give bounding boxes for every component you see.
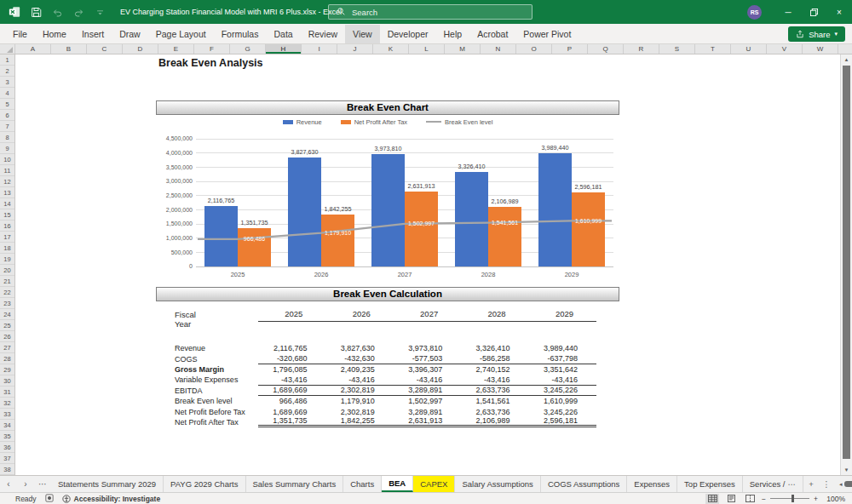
avatar[interactable]: RS: [747, 5, 762, 20]
hscroll-left-icon[interactable]: ◂: [839, 481, 843, 488]
column-header-W[interactable]: W: [803, 44, 838, 54]
undo-icon[interactable]: [50, 5, 64, 19]
accessibility-status[interactable]: Accessibility: Investigate: [62, 495, 161, 503]
row-header-36[interactable]: 36: [0, 442, 14, 453]
calc-cell[interactable]: 2,633,736: [461, 386, 528, 394]
calc-cell[interactable]: -320,680: [258, 354, 325, 363]
scroll-down-icon[interactable]: ▼: [841, 465, 852, 475]
calc-cell[interactable]: -637,798: [529, 354, 596, 363]
row-header-31[interactable]: 31: [0, 387, 14, 398]
calc-cell[interactable]: 3,245,226: [529, 386, 596, 394]
share-button[interactable]: Share ▾: [788, 26, 845, 42]
row-header-6[interactable]: 6: [0, 110, 14, 121]
ribbon-tab-data[interactable]: Data: [266, 25, 300, 43]
calc-cell[interactable]: 1,179,910: [325, 397, 393, 405]
row-header-25[interactable]: 25: [0, 320, 14, 331]
row-header-33[interactable]: 33: [0, 409, 14, 420]
ribbon-tab-developer[interactable]: Developer: [380, 25, 436, 43]
sheet-tab-payg-2029-charts[interactable]: PAYG 2029 Charts: [164, 476, 245, 492]
calc-cell[interactable]: 2,302,819: [325, 386, 393, 394]
sheet-tab-top-expenses[interactable]: Top Expenses: [677, 476, 743, 492]
ribbon-tab-draw[interactable]: Draw: [112, 25, 148, 43]
row-header-8[interactable]: 8: [0, 132, 14, 143]
column-header-L[interactable]: L: [409, 44, 445, 54]
redo-icon[interactable]: [72, 5, 85, 19]
column-header-V[interactable]: V: [767, 44, 803, 54]
calc-cell[interactable]: 2,740,152: [461, 365, 528, 374]
calc-cell[interactable]: 2,631,913: [394, 416, 461, 425]
sheet-tab-sales-summary-charts[interactable]: Sales Summary Charts: [246, 476, 344, 492]
macro-record-icon[interactable]: [45, 494, 54, 504]
zoom-level[interactable]: 100%: [823, 495, 845, 503]
calc-cell[interactable]: 3,827,630: [325, 344, 393, 352]
calc-cell[interactable]: 1,610,999: [529, 397, 596, 405]
search-box[interactable]: Search: [328, 4, 532, 20]
column-header-B[interactable]: B: [51, 44, 87, 54]
horizontal-scrollbar[interactable]: ◂ ▸: [836, 476, 852, 492]
row-header-13[interactable]: 13: [0, 187, 14, 198]
sheet-tab-charts[interactable]: Charts: [343, 476, 382, 492]
column-header-H[interactable]: H: [266, 44, 302, 54]
qat-customize-icon[interactable]: [93, 5, 106, 19]
zoom-out-button[interactable]: −: [762, 495, 766, 503]
calc-cell[interactable]: 2,116,765: [258, 344, 325, 352]
ribbon-tab-insert[interactable]: Insert: [74, 25, 112, 43]
column-header-K[interactable]: K: [373, 44, 409, 54]
calc-cell[interactable]: 3,989,440: [529, 344, 596, 352]
sheet-nav-left-icon[interactable]: ‹: [0, 476, 17, 492]
calc-cell[interactable]: -43,416: [258, 375, 325, 384]
column-header-A[interactable]: A: [15, 44, 51, 54]
chart-title-band[interactable]: Break Even Chart: [156, 100, 619, 115]
row-header-24[interactable]: 24: [0, 309, 14, 320]
calc-cell[interactable]: 3,351,642: [529, 365, 596, 374]
column-header-D[interactable]: D: [123, 44, 158, 54]
sheet-tab-bea[interactable]: BEA: [382, 476, 413, 492]
scroll-up-icon[interactable]: ▲: [841, 54, 852, 65]
row-header-4[interactable]: 4: [0, 88, 14, 99]
zoom-in-button[interactable]: +: [814, 495, 818, 503]
calc-cell[interactable]: 966,486: [258, 397, 325, 405]
row-header-28[interactable]: 28: [0, 353, 14, 364]
column-header-E[interactable]: E: [158, 44, 194, 54]
all-sheets-button[interactable]: ⋮: [819, 476, 834, 492]
row-header-32[interactable]: 32: [0, 398, 14, 409]
view-page-break-button[interactable]: [743, 494, 757, 504]
column-header-T[interactable]: T: [695, 44, 731, 54]
vertical-scroll-thumb[interactable]: [843, 66, 850, 459]
zoom-slider-thumb[interactable]: [792, 495, 794, 502]
calc-cell[interactable]: 3,245,226: [529, 408, 596, 416]
calc-cell[interactable]: -43,416: [325, 375, 393, 384]
calc-cell[interactable]: 2,302,819: [325, 408, 393, 416]
row-header-12[interactable]: 12: [0, 176, 14, 187]
row-header-14[interactable]: 14: [0, 198, 14, 209]
calc-cell[interactable]: 2,596,181: [529, 416, 596, 425]
calc-title-band[interactable]: Break Even Calculation: [156, 287, 619, 301]
row-header-34[interactable]: 34: [0, 420, 14, 431]
row-header-20[interactable]: 20: [0, 265, 14, 276]
row-header-10[interactable]: 10: [0, 154, 14, 165]
calc-cell[interactable]: 1,351,735: [258, 416, 325, 425]
calc-cell[interactable]: 1,796,085: [258, 365, 325, 374]
calc-cell[interactable]: 3,289,891: [394, 408, 461, 416]
column-header-F[interactable]: F: [194, 44, 230, 54]
column-header-P[interactable]: P: [552, 44, 588, 54]
sheet-tab-statements-summary-2029[interactable]: Statements Summary 2029: [51, 476, 164, 492]
column-header-R[interactable]: R: [624, 44, 659, 54]
calc-cell[interactable]: 1,689,669: [258, 386, 325, 394]
row-header-11[interactable]: 11: [0, 165, 14, 176]
ribbon-tab-acrobat[interactable]: Acrobat: [469, 25, 515, 43]
ribbon-tab-file[interactable]: File: [5, 25, 35, 43]
restore-button[interactable]: [801, 0, 826, 24]
row-header-26[interactable]: 26: [0, 331, 14, 342]
column-header-N[interactable]: N: [481, 44, 516, 54]
sheet-tab-cogs-assumptions[interactable]: COGS Assumptions: [541, 476, 627, 492]
row-header-35[interactable]: 35: [0, 431, 14, 442]
calc-cell[interactable]: 1,502,997: [394, 397, 461, 405]
row-header-3[interactable]: 3: [0, 77, 14, 88]
row-header-9[interactable]: 9: [0, 143, 14, 154]
excel-logo-icon[interactable]: [8, 5, 21, 19]
calc-cell[interactable]: -586,258: [461, 354, 528, 363]
column-header-Q[interactable]: Q: [588, 44, 624, 54]
break-even-chart[interactable]: 0500,0001,000,0001,500,0002,000,0002,500…: [156, 128, 619, 283]
row-header-30[interactable]: 30: [0, 375, 14, 387]
